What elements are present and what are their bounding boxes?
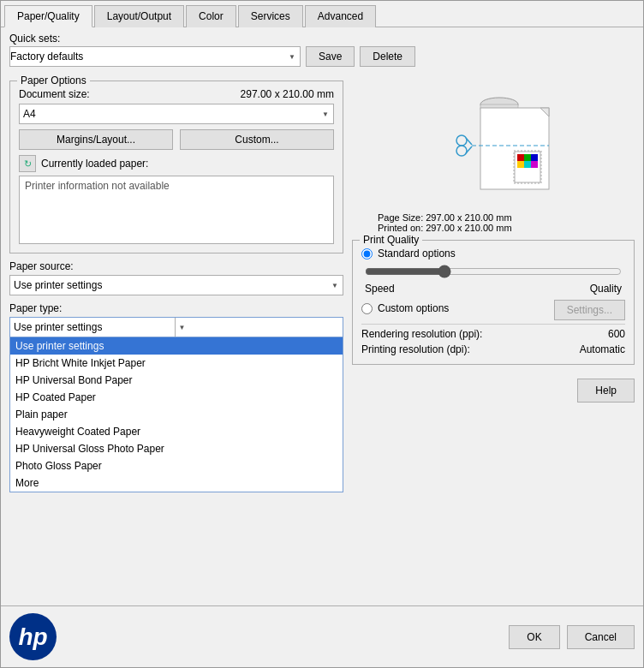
printing-resolution-row: Printing resolution (dpi): Automatic <box>361 343 625 355</box>
custom-button[interactable]: Custom... <box>180 129 334 150</box>
page-preview-svg <box>429 89 558 209</box>
tab-advanced[interactable]: Advanced <box>305 5 376 27</box>
quality-slider[interactable] <box>365 265 622 278</box>
print-quality-group: Print Quality Standard options Speed Qua… <box>352 240 635 365</box>
currently-loaded-label: Currently loaded paper: <box>41 158 148 170</box>
main-content: Paper Options Document size: 297.00 x 21… <box>1 72 643 605</box>
standard-options-radio[interactable] <box>361 248 373 259</box>
custom-options-label: Custom options <box>378 302 449 314</box>
paper-type-header[interactable]: Use printer settings ▼ <box>9 317 343 337</box>
paper-type-item-6[interactable]: HP Universal Gloss Photo Paper <box>10 440 343 457</box>
quick-sets-section: Quick sets: Factory defaults Save Delete <box>1 27 643 72</box>
standard-options-row: Standard options <box>361 248 625 259</box>
paper-type-dropdown-list: Use printer settings HP Bricht White Ink… <box>9 337 343 492</box>
svg-rect-12 <box>517 161 524 168</box>
right-panel: Page Size: 297.00 x 210.00 mm Printed on… <box>352 81 635 597</box>
svg-point-4 <box>456 146 467 156</box>
printed-on-line: Printed on: 297.00 x 210.00 mm <box>378 223 512 233</box>
speed-label: Speed <box>365 283 395 295</box>
rendering-resolution-row: Rendering resolution (ppi): 600 <box>361 328 625 340</box>
page-size-text: Page Size: 297.00 x 210.00 mm Printed on… <box>352 212 512 233</box>
printing-resolution-value: Automatic <box>580 343 625 355</box>
bottom-left-area: hp <box>9 613 502 660</box>
slider-labels: Speed Quality <box>365 283 622 295</box>
ok-button[interactable]: OK <box>509 625 559 649</box>
svg-point-3 <box>456 135 467 146</box>
document-size-label: Document size: <box>19 88 90 100</box>
paper-type-section: Paper type: Use printer settings ▼ Use p… <box>9 302 343 337</box>
refresh-icon[interactable]: ↻ <box>19 155 36 172</box>
loaded-paper-row: ↻ Currently loaded paper: <box>19 155 334 172</box>
slider-container: Speed Quality <box>361 265 625 295</box>
settings-button: Settings... <box>554 300 625 320</box>
quick-sets-dropdown[interactable]: Factory defaults <box>9 46 301 67</box>
bottom-bar: hp OK Cancel <box>1 605 643 667</box>
paper-type-item-5[interactable]: Heavyweight Coated Paper <box>10 423 343 440</box>
paper-options-group: Paper Options Document size: 297.00 x 21… <box>9 81 343 253</box>
margins-custom-row: Margins/Layout... Custom... <box>19 129 334 150</box>
tab-bar: Paper/Quality Layout/Output Color Servic… <box>1 1 643 27</box>
paper-type-item-2[interactable]: HP Universal Bond Paper <box>10 372 343 389</box>
quick-sets-dropdown-wrapper: Factory defaults <box>9 46 301 67</box>
paper-source-section: Paper source: Use printer settings <box>9 260 343 295</box>
paper-type-label: Paper type: <box>9 302 343 314</box>
paper-type-item-1[interactable]: HP Bricht White Inkjet Paper <box>10 355 343 372</box>
printer-info-box: Printer information not available <box>19 176 334 244</box>
custom-options-radio[interactable] <box>361 303 373 314</box>
paper-type-item-3[interactable]: HP Coated Paper <box>10 389 343 406</box>
delete-button[interactable]: Delete <box>360 46 415 67</box>
print-quality-title: Print Quality <box>360 234 422 246</box>
paper-type-item-8[interactable]: More <box>10 474 343 492</box>
svg-rect-13 <box>524 161 531 168</box>
svg-rect-14 <box>531 161 538 168</box>
document-size-value: 297.00 x 210.00 mm <box>241 88 334 100</box>
svg-rect-11 <box>531 154 538 161</box>
standard-options-label: Standard options <box>378 248 456 259</box>
hp-logo: hp <box>9 613 57 660</box>
printer-info-text: Printer information not available <box>25 180 170 192</box>
margins-layout-button[interactable]: Margins/Layout... <box>19 129 173 150</box>
paper-source-label: Paper source: <box>9 260 343 272</box>
quality-label: Quality <box>590 283 622 295</box>
cancel-button[interactable]: Cancel <box>567 625 635 649</box>
quick-sets-controls: Factory defaults Save Delete <box>9 46 635 67</box>
custom-options-radio-row: Custom options <box>361 302 449 314</box>
paper-source-select-wrapper: Use printer settings <box>9 275 343 295</box>
printing-resolution-label: Printing resolution (dpi): <box>361 343 470 355</box>
svg-rect-9 <box>517 154 524 161</box>
document-size-select-wrapper: A4 <box>19 104 334 124</box>
document-size-row: Document size: 297.00 x 210.00 mm <box>19 88 334 100</box>
custom-options-row: Custom options Settings... <box>361 300 625 320</box>
tab-paper-quality[interactable]: Paper/Quality <box>4 5 92 27</box>
tab-color[interactable]: Color <box>186 5 236 27</box>
rendering-resolution-label: Rendering resolution (ppi): <box>361 328 482 340</box>
paper-options-title: Paper Options <box>17 75 90 86</box>
page-size-line: Page Size: 297.00 x 210.00 mm <box>378 212 512 223</box>
help-button[interactable]: Help <box>577 379 635 403</box>
dialog: Paper/Quality Layout/Output Color Servic… <box>0 0 644 668</box>
paper-type-area: Use printer settings ▼ Use printer setti… <box>9 317 343 337</box>
save-button[interactable]: Save <box>306 46 355 67</box>
quick-sets-label: Quick sets: <box>9 33 635 45</box>
paper-type-item-4[interactable]: Plain paper <box>10 406 343 423</box>
tab-services[interactable]: Services <box>238 5 303 27</box>
paper-type-arrow-icon: ▼ <box>175 318 340 337</box>
paper-source-select[interactable]: Use printer settings <box>9 275 343 295</box>
left-panel: Paper Options Document size: 297.00 x 21… <box>9 81 343 597</box>
tab-layout-output[interactable]: Layout/Output <box>94 5 184 27</box>
paper-type-selected-value: Use printer settings <box>14 321 175 333</box>
rendering-resolution-value: 600 <box>608 328 625 340</box>
preview-area: Page Size: 297.00 x 210.00 mm Printed on… <box>352 81 635 233</box>
paper-type-item-0[interactable]: Use printer settings <box>10 337 343 355</box>
svg-rect-10 <box>524 154 531 161</box>
paper-type-item-7[interactable]: Photo Gloss Paper <box>10 457 343 474</box>
document-size-select[interactable]: A4 <box>19 104 334 124</box>
